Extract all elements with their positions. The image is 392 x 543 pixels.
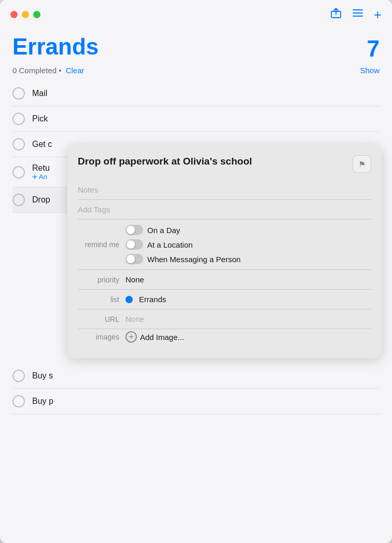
share-icon[interactable] xyxy=(330,7,342,21)
url-label: URL xyxy=(78,315,119,323)
bullet-separator: • xyxy=(59,66,63,75)
task-checkbox-5[interactable] xyxy=(12,194,25,206)
remind-option-location: At a Location xyxy=(125,239,371,250)
clear-button[interactable]: Clear xyxy=(66,66,85,75)
task-checkbox-7[interactable] xyxy=(12,395,25,408)
toggle-when-messaging[interactable] xyxy=(125,254,143,264)
remind-section: remind me On a Day At a Location When xyxy=(78,220,371,270)
toggle-on-a-day[interactable] xyxy=(125,225,143,235)
page-title: Errands xyxy=(12,34,99,60)
remind-option-day: On a Day xyxy=(125,225,371,235)
list-label: list xyxy=(78,295,119,304)
task-text-7: Buy p xyxy=(32,397,380,406)
remind-row: remind me On a Day At a Location When xyxy=(78,225,371,264)
flag-button[interactable]: ⚑ xyxy=(353,155,371,173)
flag-icon: ⚑ xyxy=(358,159,366,169)
detail-panel: Drop off paperwork at Olivia's school ⚑ … xyxy=(67,145,382,358)
minimize-button[interactable] xyxy=(22,11,29,18)
url-value[interactable]: None xyxy=(125,315,144,323)
task-text-2: Pick xyxy=(32,114,380,124)
add-icon[interactable]: + xyxy=(374,8,382,21)
task-checkbox-4[interactable] xyxy=(12,166,25,179)
remind-options: On a Day At a Location When Messaging a … xyxy=(125,225,371,264)
close-button[interactable] xyxy=(10,11,18,18)
list-item: Buy p xyxy=(12,389,380,414)
images-section: images + Add Image... xyxy=(78,329,371,348)
priority-section: priority None xyxy=(78,270,371,290)
page-header: Errands 7 xyxy=(12,34,380,62)
list-item: Mail xyxy=(12,81,380,106)
remind-option-messaging: When Messaging a Person xyxy=(125,254,371,264)
detail-header: Drop off paperwork at Olivia's school ⚑ xyxy=(78,155,371,173)
task-checkbox-1[interactable] xyxy=(12,87,25,100)
remind-label: remind me xyxy=(78,240,119,249)
task-checkbox-3[interactable] xyxy=(12,138,25,151)
images-label: images xyxy=(78,333,119,341)
priority-value[interactable]: None xyxy=(125,275,144,284)
list-item: Pick xyxy=(12,106,380,132)
remind-option-day-label: On a Day xyxy=(147,226,180,235)
task-checkbox-2[interactable] xyxy=(12,113,25,125)
toolbar-icons: + xyxy=(330,7,382,21)
completed-text: 0 Completed xyxy=(12,66,57,75)
notes-field[interactable]: Notes xyxy=(78,180,371,200)
detail-title: Drop off paperwork at Olivia's school xyxy=(78,155,346,168)
tags-field[interactable]: Add Tags xyxy=(78,200,371,220)
list-color-dot xyxy=(125,296,133,303)
toggle-at-location[interactable] xyxy=(125,239,143,250)
remind-option-messaging-label: When Messaging a Person xyxy=(147,255,241,264)
list-icon[interactable] xyxy=(352,8,363,20)
list-item: Buy s xyxy=(12,363,380,389)
add-image-button[interactable]: + Add Image... xyxy=(125,331,184,343)
add-image-label: Add Image... xyxy=(140,333,184,342)
completed-info: 0 Completed • Clear xyxy=(12,66,85,75)
completed-bar: 0 Completed • Clear Show xyxy=(12,66,380,75)
task-text-6: Buy s xyxy=(32,371,380,381)
item-count: 7 xyxy=(367,36,380,62)
remind-option-location-label: At a Location xyxy=(147,240,193,249)
url-section: URL None xyxy=(78,309,371,329)
task-checkbox-6[interactable] xyxy=(12,370,25,382)
traffic-lights xyxy=(10,11,40,18)
add-image-icon: + xyxy=(125,331,137,343)
maximize-button[interactable] xyxy=(33,11,40,18)
task-text-1: Mail xyxy=(32,89,380,98)
title-bar: + xyxy=(0,0,392,25)
list-value[interactable]: Errands xyxy=(139,295,166,304)
app-window: + Errands 7 0 Completed • Clear Show Mai… xyxy=(0,0,392,543)
priority-label: priority xyxy=(78,276,119,284)
list-section: list Errands xyxy=(78,290,371,309)
main-content: Errands 7 0 Completed • Clear Show Mail … xyxy=(0,25,392,543)
show-button[interactable]: Show xyxy=(360,66,380,75)
